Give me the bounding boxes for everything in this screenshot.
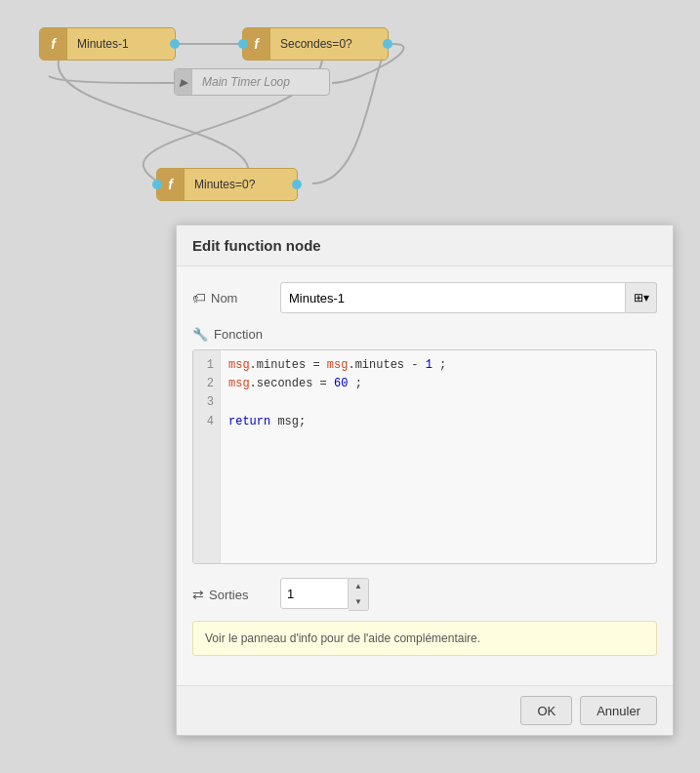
node-mainloop[interactable]: ▶ Main Timer Loop: [174, 68, 330, 96]
nom-input-group: ⊞▾: [280, 282, 657, 313]
spinner-down-btn[interactable]: ▼: [349, 594, 368, 610]
line-numbers: 1 2 3 4: [193, 350, 221, 563]
node-minutes1-icon: f: [40, 28, 67, 60]
dialog-body: 🏷 Nom ⊞▾ 🔧 Fonction 1 2: [177, 266, 673, 685]
info-text: Voir le panneau d'info pour de l'aide co…: [205, 631, 480, 645]
node-minutes1-port-right[interactable]: [170, 39, 180, 49]
spinner-buttons: ▲ ▼: [349, 578, 369, 611]
sorties-icon: ⇄: [192, 587, 204, 602]
info-box: Voir le panneau d'info pour de l'aide co…: [192, 621, 657, 656]
sorties-row: ⇄ Sorties ▲ ▼: [192, 578, 657, 611]
node-minutes1-label: Minutes-1: [67, 37, 139, 51]
node-secondes0[interactable]: f Secondes=0?: [242, 27, 389, 61]
node-minutes0-port-right[interactable]: [292, 180, 302, 189]
nom-label: 🏷 Nom: [192, 290, 280, 305]
sorties-input[interactable]: [280, 578, 349, 609]
dialog-title: Edit function node: [192, 237, 321, 254]
sorties-spinner: ▲ ▼: [280, 578, 369, 611]
node-minutes1[interactable]: f Minutes-1: [39, 27, 176, 61]
nom-dropdown-btn[interactable]: ⊞▾: [626, 282, 657, 313]
flow-canvas: f Minutes-1 f Secondes=0? ▶ Main Timer L…: [0, 0, 700, 224]
nom-input[interactable]: [280, 282, 626, 313]
node-minutes0-label: Minutes=0?: [185, 178, 265, 191]
node-secondes0-label: Secondes=0?: [270, 37, 362, 51]
dialog-overlay: Edit function node 🏷 Nom ⊞▾ 🔧 Fonct: [0, 224, 700, 773]
code-content[interactable]: msg.minutes = msg.minutes - 1 ; msg.seco…: [221, 350, 656, 563]
code-editor[interactable]: 1 2 3 4 msg.minutes = msg.minutes - 1 ; …: [192, 349, 657, 564]
sorties-label-text: Sorties: [209, 588, 248, 602]
cancel-button[interactable]: Annuler: [580, 696, 657, 725]
ok-button[interactable]: OK: [520, 696, 572, 725]
fonction-label-text: Fonction: [214, 327, 263, 342]
node-minutes0-port-left[interactable]: [152, 180, 162, 189]
fonction-section-label: 🔧 Fonction: [192, 327, 657, 342]
wrench-icon: 🔧: [192, 327, 208, 342]
node-minutes0[interactable]: f Minutes=0?: [156, 168, 298, 201]
nom-label-text: Nom: [211, 291, 237, 305]
edit-function-dialog: Edit function node 🏷 Nom ⊞▾ 🔧 Fonct: [176, 224, 674, 736]
node-mainloop-label: Main Timer Loop: [192, 75, 300, 89]
spinner-up-btn[interactable]: ▲: [349, 579, 368, 594]
node-secondes0-port-right[interactable]: [383, 39, 392, 49]
nom-row: 🏷 Nom ⊞▾: [192, 282, 657, 313]
node-secondes0-port-left[interactable]: [238, 39, 248, 49]
tag-icon: 🏷: [192, 290, 206, 305]
sorties-label: ⇄ Sorties: [192, 587, 280, 602]
dialog-footer: OK Annuler: [177, 685, 673, 735]
layers-icon: ⊞▾: [634, 291, 649, 305]
dialog-header: Edit function node: [177, 225, 673, 266]
node-mainloop-icon: ▶: [175, 69, 192, 95]
